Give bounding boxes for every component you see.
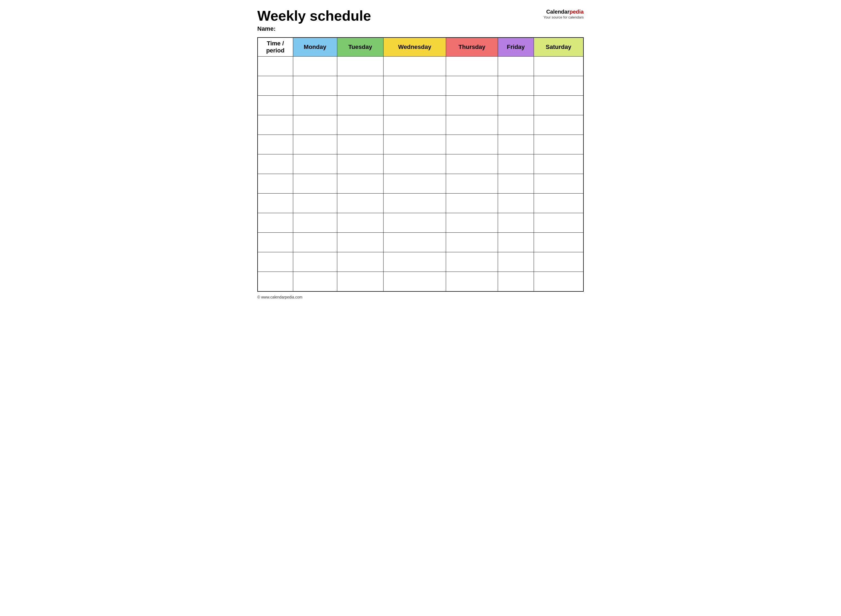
schedule-cell[interactable]	[293, 272, 337, 292]
schedule-cell[interactable]	[293, 57, 337, 76]
schedule-cell[interactable]	[293, 76, 337, 96]
footer-text: © www.calendarpedia.com	[257, 295, 584, 299]
schedule-cell[interactable]	[446, 233, 498, 252]
schedule-cell[interactable]	[534, 194, 584, 213]
schedule-cell[interactable]	[498, 76, 534, 96]
schedule-cell[interactable]	[534, 174, 584, 194]
schedule-cell[interactable]	[446, 96, 498, 115]
schedule-cell[interactable]	[337, 174, 383, 194]
schedule-cell[interactable]	[498, 233, 534, 252]
schedule-cell[interactable]	[534, 115, 584, 135]
time-cell[interactable]	[257, 135, 293, 154]
schedule-cell[interactable]	[337, 96, 383, 115]
schedule-cell[interactable]	[293, 194, 337, 213]
schedule-cell[interactable]	[446, 194, 498, 213]
col-header-friday: Friday	[498, 38, 534, 57]
schedule-cell[interactable]	[337, 213, 383, 233]
schedule-cell[interactable]	[446, 135, 498, 154]
schedule-cell[interactable]	[534, 135, 584, 154]
schedule-cell[interactable]	[293, 135, 337, 154]
schedule-cell[interactable]	[337, 272, 383, 292]
schedule-cell[interactable]	[446, 272, 498, 292]
schedule-cell[interactable]	[337, 154, 383, 174]
schedule-cell[interactable]	[534, 272, 584, 292]
time-cell[interactable]	[257, 76, 293, 96]
schedule-cell[interactable]	[498, 154, 534, 174]
time-cell[interactable]	[257, 252, 293, 272]
schedule-cell[interactable]	[446, 174, 498, 194]
schedule-cell[interactable]	[337, 57, 383, 76]
col-header-saturday: Saturday	[534, 38, 584, 57]
schedule-cell[interactable]	[293, 115, 337, 135]
schedule-cell[interactable]	[498, 57, 534, 76]
schedule-cell[interactable]	[446, 76, 498, 96]
schedule-cell[interactable]	[498, 194, 534, 213]
schedule-cell[interactable]	[534, 57, 584, 76]
table-row	[257, 213, 584, 233]
schedule-cell[interactable]	[383, 213, 446, 233]
schedule-cell[interactable]	[498, 272, 534, 292]
time-cell[interactable]	[257, 57, 293, 76]
title-section: Weekly schedule Name:	[257, 8, 529, 32]
schedule-cell[interactable]	[446, 57, 498, 76]
schedule-cell[interactable]	[383, 252, 446, 272]
name-label: Name:	[257, 25, 529, 32]
schedule-cell[interactable]	[383, 174, 446, 194]
table-row	[257, 76, 584, 96]
schedule-cell[interactable]	[293, 154, 337, 174]
table-row	[257, 174, 584, 194]
schedule-cell[interactable]	[446, 154, 498, 174]
schedule-cell[interactable]	[293, 96, 337, 115]
schedule-cell[interactable]	[534, 76, 584, 96]
table-row	[257, 194, 584, 213]
time-cell[interactable]	[257, 174, 293, 194]
schedule-cell[interactable]	[534, 252, 584, 272]
schedule-cell[interactable]	[498, 135, 534, 154]
schedule-cell[interactable]	[446, 252, 498, 272]
schedule-cell[interactable]	[293, 252, 337, 272]
schedule-cell[interactable]	[293, 233, 337, 252]
time-cell[interactable]	[257, 272, 293, 292]
time-cell[interactable]	[257, 233, 293, 252]
schedule-cell[interactable]	[383, 135, 446, 154]
schedule-cell[interactable]	[498, 174, 534, 194]
schedule-cell[interactable]	[383, 96, 446, 115]
schedule-cell[interactable]	[498, 252, 534, 272]
schedule-cell[interactable]	[383, 76, 446, 96]
page-title: Weekly schedule	[257, 8, 529, 23]
schedule-cell[interactable]	[498, 115, 534, 135]
schedule-cell[interactable]	[498, 96, 534, 115]
time-cell[interactable]	[257, 194, 293, 213]
schedule-cell[interactable]	[498, 213, 534, 233]
schedule-cell[interactable]	[337, 115, 383, 135]
col-header-tuesday: Tuesday	[337, 38, 383, 57]
time-cell[interactable]	[257, 154, 293, 174]
page-container: Weekly schedule Name: Calendarpedia Your…	[257, 8, 584, 299]
schedule-cell[interactable]	[337, 252, 383, 272]
schedule-cell[interactable]	[337, 76, 383, 96]
schedule-cell[interactable]	[534, 213, 584, 233]
header-area: Weekly schedule Name: Calendarpedia Your…	[257, 8, 584, 32]
schedule-cell[interactable]	[383, 194, 446, 213]
schedule-cell[interactable]	[383, 154, 446, 174]
time-cell[interactable]	[257, 96, 293, 115]
schedule-cell[interactable]	[383, 115, 446, 135]
schedule-cell[interactable]	[293, 174, 337, 194]
schedule-cell[interactable]	[383, 272, 446, 292]
schedule-cell[interactable]	[534, 154, 584, 174]
time-cell[interactable]	[257, 213, 293, 233]
schedule-cell[interactable]	[534, 233, 584, 252]
schedule-cell[interactable]	[337, 135, 383, 154]
schedule-cell[interactable]	[534, 96, 584, 115]
col-header-thursday: Thursday	[446, 38, 498, 57]
schedule-cell[interactable]	[337, 194, 383, 213]
schedule-cell[interactable]	[383, 233, 446, 252]
schedule-cell[interactable]	[446, 213, 498, 233]
schedule-table: Time / period Monday Tuesday Wednesday T…	[257, 37, 584, 292]
schedule-cell[interactable]	[383, 57, 446, 76]
schedule-cell[interactable]	[446, 115, 498, 135]
col-header-time: Time / period	[257, 38, 293, 57]
schedule-cell[interactable]	[337, 233, 383, 252]
schedule-cell[interactable]	[293, 213, 337, 233]
time-cell[interactable]	[257, 115, 293, 135]
